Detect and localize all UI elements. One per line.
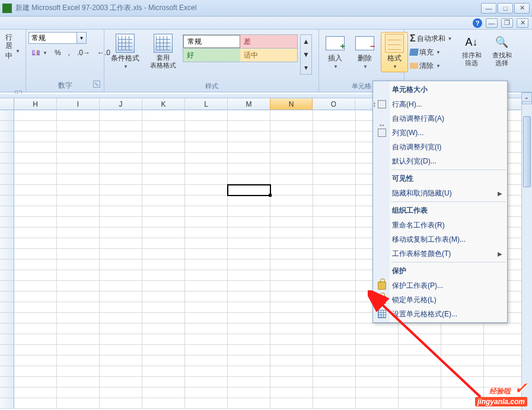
cell[interactable] (228, 174, 270, 185)
clear-button[interactable]: 清除▼ (407, 59, 455, 72)
cell[interactable] (313, 228, 356, 238)
cell[interactable] (313, 355, 356, 366)
cell[interactable] (441, 366, 484, 377)
cell[interactable] (100, 398, 142, 409)
cell[interactable] (142, 164, 185, 174)
row-header[interactable] (0, 302, 14, 313)
cell[interactable] (270, 121, 313, 132)
row-header[interactable] (0, 121, 14, 132)
cell[interactable] (270, 164, 313, 174)
cell[interactable] (313, 345, 356, 355)
cell[interactable] (185, 323, 228, 334)
menu-col-width[interactable]: 列宽(W)... (373, 126, 507, 140)
cell[interactable] (14, 174, 57, 185)
cell[interactable] (228, 185, 270, 196)
cell[interactable] (185, 132, 228, 142)
row-header[interactable] (0, 196, 14, 206)
cell[interactable] (313, 398, 356, 409)
cell[interactable] (14, 110, 57, 121)
cell[interactable] (57, 153, 100, 164)
maximize-button[interactable]: □ (498, 3, 513, 14)
cell[interactable] (356, 387, 399, 398)
cell[interactable] (142, 260, 185, 270)
select-all-corner[interactable] (0, 98, 14, 110)
cell[interactable] (356, 334, 399, 345)
cell[interactable] (142, 398, 185, 409)
cell[interactable] (313, 132, 356, 142)
cell[interactable] (228, 345, 270, 355)
cell[interactable] (228, 398, 270, 409)
cell[interactable] (100, 185, 142, 196)
cell[interactable] (441, 355, 484, 366)
cell[interactable] (313, 196, 356, 206)
close-button[interactable]: ✕ (514, 3, 530, 14)
increase-decimal-button[interactable]: .0→ (74, 46, 93, 59)
cell[interactable] (142, 196, 185, 206)
cell[interactable] (270, 110, 313, 121)
cell[interactable] (100, 334, 142, 345)
cell[interactable] (313, 334, 356, 345)
cell[interactable] (142, 228, 185, 238)
cell[interactable] (441, 323, 484, 334)
sort-filter-button[interactable]: A↓ 排序和 筛选 (458, 32, 486, 69)
cell[interactable] (14, 153, 57, 164)
cell[interactable] (14, 185, 57, 196)
cell[interactable] (142, 387, 185, 398)
cell[interactable] (313, 281, 356, 292)
row-header[interactable] (0, 313, 14, 323)
cell[interactable] (484, 334, 527, 345)
fill-button[interactable]: 填充▼ (407, 46, 455, 59)
column-header-N[interactable]: N (270, 98, 313, 110)
cell[interactable] (356, 377, 399, 387)
cell[interactable] (270, 387, 313, 398)
cell[interactable] (441, 334, 484, 345)
cell[interactable] (228, 387, 270, 398)
column-header-J[interactable]: J (100, 98, 142, 110)
cell[interactable] (228, 260, 270, 270)
cell[interactable] (484, 366, 527, 377)
cell[interactable] (185, 164, 228, 174)
cell[interactable] (313, 366, 356, 377)
cell[interactable] (313, 323, 356, 334)
cell[interactable] (142, 249, 185, 260)
cell[interactable] (270, 377, 313, 387)
cell[interactable] (270, 260, 313, 270)
cell[interactable] (313, 121, 356, 132)
cell[interactable] (313, 142, 356, 153)
cell[interactable] (185, 302, 228, 313)
cell[interactable] (142, 132, 185, 142)
menu-rename-sheet[interactable]: 重命名工作表(R) (373, 218, 507, 232)
cell[interactable] (57, 281, 100, 292)
cell[interactable] (228, 110, 270, 121)
cell[interactable] (356, 366, 399, 377)
cell[interactable] (185, 345, 228, 355)
cell[interactable] (399, 377, 441, 387)
column-header-L[interactable]: L (185, 98, 228, 110)
percent-button[interactable]: % (52, 46, 64, 59)
cell[interactable] (57, 334, 100, 345)
cell[interactable] (14, 292, 57, 302)
cell[interactable] (14, 142, 57, 153)
cell[interactable] (185, 398, 228, 409)
cell[interactable] (142, 313, 185, 323)
cell[interactable] (313, 260, 356, 270)
cell[interactable] (57, 238, 100, 249)
cell[interactable] (100, 281, 142, 292)
cell[interactable] (228, 355, 270, 366)
cell[interactable] (100, 249, 142, 260)
cell[interactable] (142, 174, 185, 185)
cell[interactable] (399, 323, 441, 334)
cell[interactable] (100, 110, 142, 121)
cell[interactable] (185, 185, 228, 196)
cell[interactable] (185, 238, 228, 249)
cell[interactable] (100, 323, 142, 334)
cell[interactable] (185, 249, 228, 260)
row-header[interactable] (0, 153, 14, 164)
column-header-K[interactable]: K (142, 98, 185, 110)
cell[interactable] (100, 142, 142, 153)
chevron-down-icon[interactable]: ▼ (77, 33, 86, 43)
cell[interactable] (484, 355, 527, 366)
vertical-scrollbar[interactable]: ▲ (521, 94, 532, 410)
menu-protect-sheet[interactable]: 保护工作表(P)... (373, 278, 507, 293)
cell[interactable] (142, 153, 185, 164)
